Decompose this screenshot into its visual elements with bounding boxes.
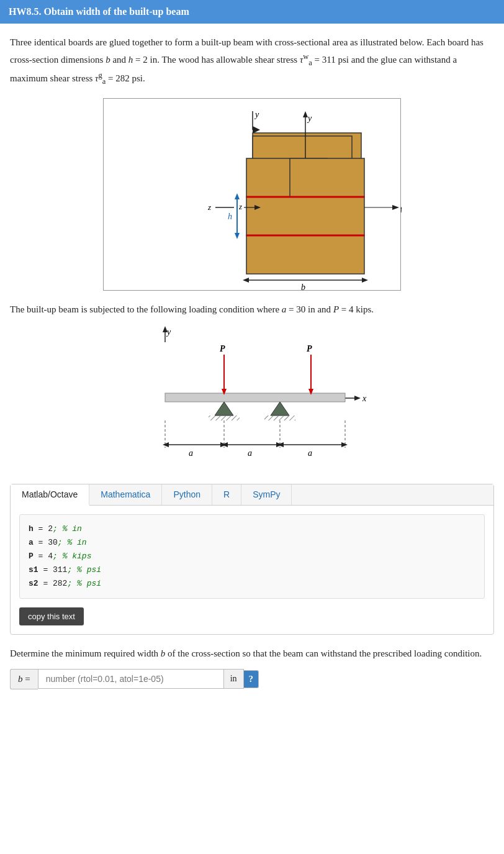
svg-marker-63 [341, 442, 348, 447]
svg-marker-37 [215, 402, 233, 416]
answer-row: b = in ? [10, 669, 494, 689]
svg-text:y: y [166, 327, 171, 337]
svg-text:P: P [307, 344, 312, 353]
code-line-P: P = 4; % kips [29, 550, 475, 563]
svg-rect-36 [165, 393, 345, 402]
svg-marker-20 [243, 278, 249, 283]
code-line-s2: s2 = 282; % psi [29, 577, 475, 591]
tab-sympy[interactable]: SymPy [241, 484, 292, 505]
svg-marker-62 [277, 442, 284, 447]
svg-text:a: a [248, 448, 252, 458]
header-title: HW8.5. Obtain width of the built-up beam [9, 6, 189, 17]
svg-rect-9 [290, 158, 364, 197]
svg-marker-41 [271, 402, 289, 416]
code-tabs-container: Matlab/Octave Mathematica Python R SymPy… [10, 484, 494, 635]
svg-marker-13 [392, 205, 399, 210]
tab-python[interactable]: Python [162, 484, 212, 505]
determine-text: Determine the minimum required width b o… [10, 646, 494, 661]
svg-marker-34 [354, 396, 361, 401]
tab-matlab[interactable]: Matlab/Octave [11, 484, 89, 506]
svg-text:y: y [254, 110, 259, 119]
copy-button[interactable]: copy this text [19, 607, 84, 625]
svg-text:P: P [220, 344, 225, 353]
code-line-h: h = 2; % in [29, 522, 475, 536]
svg-text:z: z [207, 202, 211, 212]
main-content: Three identical boards are glued togethe… [0, 24, 504, 702]
loading-diagram: y x P [128, 324, 376, 473]
code-block: h = 2; % in a = 30; % in P = 4; % kips s… [19, 514, 485, 599]
svg-marker-17 [235, 233, 240, 239]
loading-text: The built-up beam is subjected to the fo… [10, 302, 494, 317]
loading-svg: y x P [128, 324, 376, 473]
svg-text:a: a [308, 448, 312, 458]
answer-input[interactable] [38, 669, 224, 689]
svg-text:h: h [228, 212, 232, 221]
svg-text:x: x [362, 394, 367, 403]
svg-rect-6 [246, 235, 364, 274]
answer-unit: in [224, 669, 244, 689]
tabs-header: Matlab/Octave Mathematica Python R SymPy [11, 484, 493, 506]
svg-rect-38 [209, 416, 240, 420]
svg-marker-21 [362, 278, 368, 283]
code-line-s1: s1 = 311; % psi [29, 563, 475, 577]
tab-mathematica[interactable]: Mathematica [89, 484, 162, 505]
page-header: HW8.5. Obtain width of the built-up beam [0, 0, 504, 24]
help-button[interactable]: ? [244, 670, 259, 688]
tab-r[interactable]: R [212, 484, 241, 505]
cross-section-svg: y z [104, 99, 402, 291]
svg-rect-42 [264, 416, 295, 420]
svg-text:a: a [189, 448, 193, 458]
code-line-a: a = 30; % in [29, 536, 475, 550]
svg-text:z: z [238, 202, 242, 211]
answer-label: b = [10, 669, 38, 689]
svg-marker-16 [235, 193, 240, 199]
svg-marker-25 [303, 111, 308, 117]
cross-section-diagram: y z [103, 98, 401, 291]
svg-text:b: b [301, 283, 305, 291]
svg-text:glue: glue [400, 203, 402, 212]
problem-intro: Three identical boards are glued togethe… [10, 35, 494, 88]
svg-marker-54 [163, 442, 169, 447]
svg-rect-7 [246, 197, 364, 235]
svg-marker-58 [222, 442, 228, 447]
svg-text:y: y [307, 114, 312, 123]
